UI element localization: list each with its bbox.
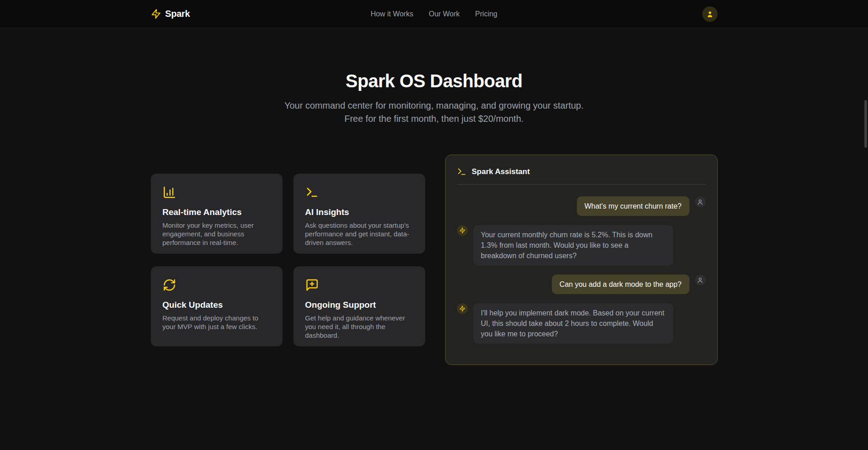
assistant-panel-title: Spark Assistant <box>472 167 530 176</box>
feature-cards-grid: Real-time Analytics Monitor your key met… <box>151 174 425 346</box>
feature-title: Real-time Analytics <box>163 207 271 217</box>
brand-name: Spark <box>165 9 190 19</box>
chat-message-assistant: I'll help you implement dark mode. Based… <box>457 303 706 344</box>
terminal-icon <box>457 167 466 176</box>
user-avatar <box>695 196 706 207</box>
assistant-avatar-zap-icon <box>457 303 468 314</box>
feature-title: Quick Updates <box>163 300 271 310</box>
feature-card-realtime-analytics[interactable]: Real-time Analytics Monitor your key met… <box>151 174 283 254</box>
feature-card-ongoing-support[interactable]: Ongoing Support Get help and guidance wh… <box>293 266 425 346</box>
feature-title: AI Insights <box>305 207 413 217</box>
page-scrollbar[interactable] <box>863 0 868 450</box>
feature-card-ai-insights[interactable]: AI Insights Ask questions about your sta… <box>293 174 425 254</box>
assistant-message-bubble: I'll help you implement dark mode. Based… <box>473 303 673 344</box>
assistant-avatar-zap-icon <box>457 225 468 236</box>
account-avatar-button[interactable] <box>702 6 718 22</box>
feature-description: Get help and guidance whenever you need … <box>305 314 413 340</box>
nav-link-pricing[interactable]: Pricing <box>475 10 497 18</box>
page-subtitle: Your command center for monitoring, mana… <box>278 99 591 125</box>
feature-description: Request and deploy changes to your MVP w… <box>163 314 271 331</box>
zap-icon <box>151 9 161 19</box>
user-message-bubble: What's my current churn rate? <box>577 196 689 216</box>
user-message-bubble: Can you add a dark mode to the app? <box>552 275 689 294</box>
terminal-icon <box>305 185 413 199</box>
scrollbar-thumb[interactable] <box>864 100 867 148</box>
message-square-plus-icon <box>305 278 413 292</box>
chat-messages: What's my current churn rate? Your curre… <box>446 185 717 365</box>
top-navigation: Spark How it Works Our Work Pricing <box>0 0 868 28</box>
hero-section: Spark OS Dashboard Your command center f… <box>0 70 868 125</box>
chart-column-icon <box>163 185 271 199</box>
feature-card-quick-updates[interactable]: Quick Updates Request and deploy changes… <box>151 266 283 346</box>
feature-title: Ongoing Support <box>305 300 413 310</box>
feature-description: Ask questions about your startup's perfo… <box>305 221 413 247</box>
user-avatar <box>695 275 706 285</box>
assistant-message-bubble: Your current monthly churn rate is 5.2%.… <box>473 225 673 265</box>
feature-description: Monitor your key metrics, user engagemen… <box>163 221 271 247</box>
chat-message-user: Can you add a dark mode to the app? <box>457 275 706 294</box>
page-title: Spark OS Dashboard <box>0 70 868 92</box>
nav-link-our-work[interactable]: Our Work <box>429 10 460 18</box>
spark-assistant-panel: Spark Assistant What's my current churn … <box>445 155 718 365</box>
assistant-panel-header: Spark Assistant <box>446 155 717 185</box>
nav-links: How it Works Our Work Pricing <box>371 10 497 18</box>
nav-link-how-it-works[interactable]: How it Works <box>371 10 413 18</box>
chat-message-user: What's my current churn rate? <box>457 196 706 216</box>
chat-message-assistant: Your current monthly churn rate is 5.2%.… <box>457 225 706 265</box>
brand-logo[interactable]: Spark <box>151 9 371 19</box>
main-content: Real-time Analytics Monitor your key met… <box>151 155 718 365</box>
refresh-icon <box>163 278 271 292</box>
user-icon <box>706 10 714 18</box>
